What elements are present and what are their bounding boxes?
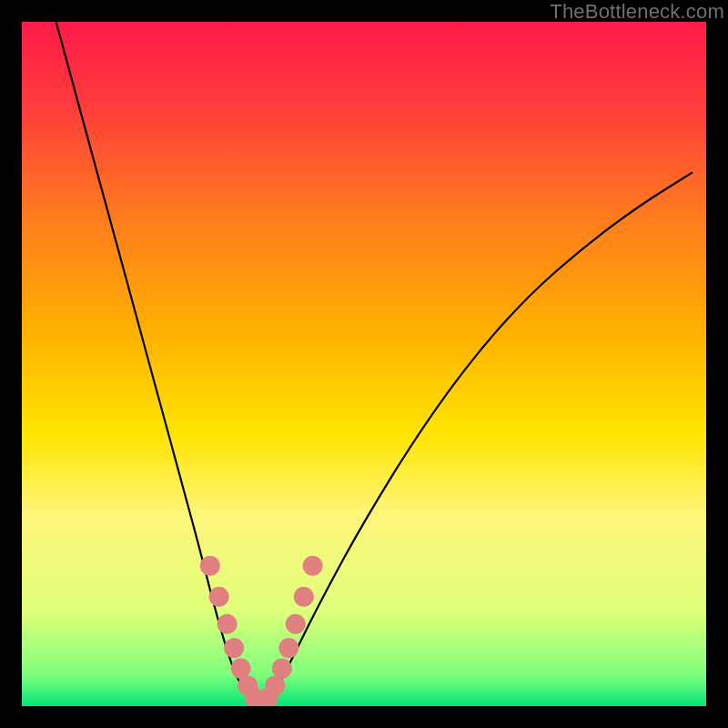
bottleneck-chart: [22, 22, 706, 706]
highlight-dot: [217, 614, 238, 634]
highlight-dot: [272, 659, 292, 679]
highlight-dot: [200, 556, 220, 576]
highlight-dot: [231, 659, 251, 679]
highlight-dot: [278, 638, 298, 658]
highlight-dot: [265, 675, 285, 695]
highlight-dot: [294, 587, 314, 607]
highlight-dot: [303, 556, 323, 576]
highlight-dot: [224, 638, 244, 658]
highlight-dot: [209, 587, 229, 607]
chart-frame: [22, 22, 706, 706]
gradient-background: [22, 22, 706, 706]
watermark-text: TheBottleneck.com: [550, 0, 724, 24]
highlight-dot: [286, 614, 306, 634]
